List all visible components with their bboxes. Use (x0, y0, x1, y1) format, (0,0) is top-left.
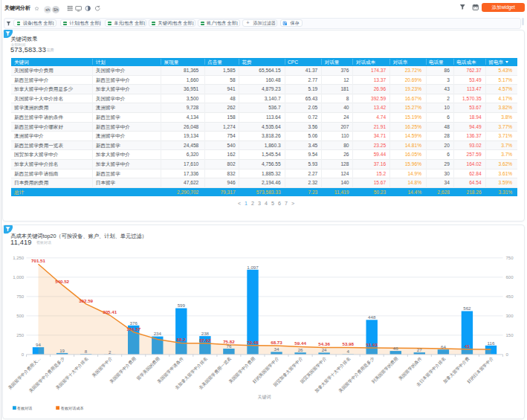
svg-text:450: 450 (506, 294, 514, 299)
svg-text:64: 64 (441, 344, 446, 349)
svg-text:关键词: 关键词 (258, 394, 271, 400)
svg-text:27: 27 (417, 347, 422, 352)
svg-text:562: 562 (463, 306, 471, 311)
svg-text:26: 26 (298, 347, 303, 352)
svg-text:到美国留学的费用: 到美国留学的费用 (370, 355, 399, 384)
svg-text:0: 0 (22, 352, 25, 357)
svg-text:750: 750 (506, 256, 514, 260)
svg-text:1,097: 1,097 (247, 265, 259, 270)
svg-text:448: 448 (368, 314, 376, 320)
svg-text:2: 2 (109, 349, 111, 355)
svg-text:174.37: 174.37 (126, 326, 140, 332)
svg-text:75.82: 75.82 (223, 339, 235, 344)
svg-text:有效对话成本: 有效对话成本 (61, 406, 84, 411)
svg-text:好的日本留学中介: 好的日本留学中介 (466, 355, 495, 384)
svg-text:250: 250 (16, 333, 25, 337)
svg-text:87.92: 87.92 (199, 337, 211, 343)
svg-text:54.36: 54.36 (318, 341, 330, 346)
svg-text:238: 238 (201, 331, 210, 336)
svg-text:51.93: 51.93 (366, 342, 378, 347)
svg-text:8: 8 (85, 349, 88, 354)
svg-text:68.73: 68.73 (271, 340, 282, 345)
svg-text:150: 150 (506, 333, 514, 337)
svg-text:94: 94 (36, 342, 41, 347)
svg-text:46: 46 (393, 346, 398, 351)
svg-text:750: 750 (16, 294, 25, 299)
svg-text:19: 19 (59, 348, 65, 353)
svg-text:34: 34 (274, 346, 279, 352)
svg-text:4: 4 (346, 349, 349, 354)
svg-text:1,250: 1,250 (13, 256, 25, 260)
svg-text:300: 300 (506, 314, 514, 318)
svg-text:305.41: 305.41 (103, 309, 117, 314)
svg-text:美国留学的条件: 美国留学的条件 (398, 355, 424, 381)
svg-text:53.98: 53.98 (342, 341, 354, 346)
svg-text:加拿大留学中介费: 加拿大留学中介费 (442, 355, 470, 384)
svg-text:41: 41 (465, 343, 470, 349)
svg-text:24: 24 (322, 347, 327, 352)
svg-text:116: 116 (488, 340, 495, 346)
svg-text:美国留学中介费用: 美国留学中介费用 (109, 355, 138, 384)
svg-text:599: 599 (178, 303, 186, 308)
svg-text:234: 234 (154, 331, 162, 336)
svg-text:留学美国的费用: 留学美国的费用 (135, 355, 161, 381)
svg-text:701.51: 701.51 (31, 258, 45, 263)
svg-text:392.59: 392.59 (79, 298, 93, 303)
svg-text:59.44: 59.44 (294, 340, 306, 346)
svg-text:有效对话: 有效对话 (17, 406, 33, 411)
svg-text:美国留学中介: 美国留学中介 (91, 355, 114, 378)
svg-text:1,000: 1,000 (13, 275, 25, 280)
svg-text:70.48: 70.48 (247, 340, 259, 345)
svg-text:0: 0 (506, 352, 509, 357)
svg-text:540.52: 540.52 (55, 279, 69, 284)
svg-text:600: 600 (506, 275, 514, 280)
svg-text:88.2: 88.2 (177, 337, 187, 342)
svg-text:500: 500 (16, 314, 25, 318)
svg-text:376: 376 (130, 320, 138, 326)
svg-text:76: 76 (226, 343, 231, 349)
